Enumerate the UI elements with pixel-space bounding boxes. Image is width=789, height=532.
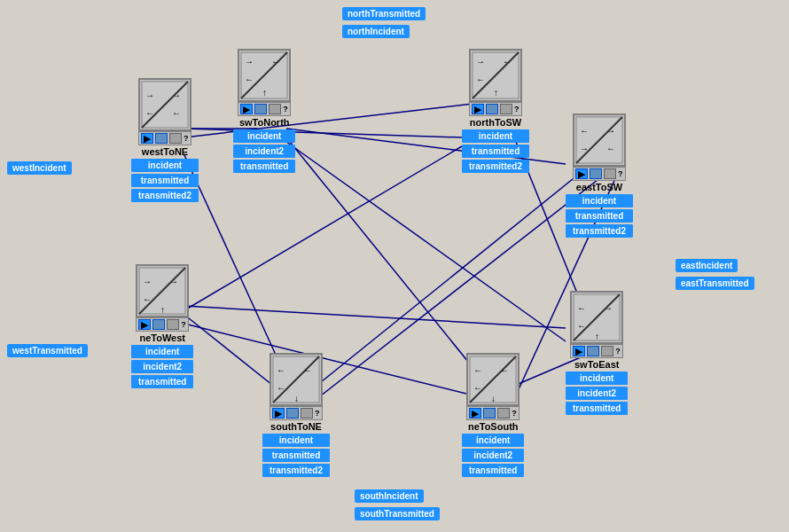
south-transmitted-port[interactable]: southTransmitted	[355, 507, 440, 520]
ctrl-play-btn8[interactable]: ▶	[469, 408, 481, 419]
svg-text:→: →	[169, 277, 178, 286]
ne-to-west-ports: incident incident2 transmitted	[131, 345, 193, 388]
east-to-sw-transmitted2[interactable]: transmitted2	[566, 224, 633, 238]
south-to-ne-transmitted[interactable]: transmitted	[262, 449, 330, 462]
ctrl-play-btn5[interactable]: ▶	[138, 319, 151, 330]
ctrl-play-btn7[interactable]: ▶	[272, 408, 285, 419]
sw-to-north-incident2[interactable]: incident2	[233, 145, 295, 158]
svg-line-7	[184, 146, 462, 310]
svg-text:↑: ↑	[262, 88, 267, 98]
east-to-sw-icon: ← → → ←	[575, 116, 623, 164]
svg-text:←: ←	[172, 108, 181, 118]
ctrl-play-btn2[interactable]: ▶	[472, 104, 484, 114]
east-to-sw-ports: incident transmitted transmitted2	[566, 194, 633, 238]
svg-text:←: ←	[277, 383, 285, 393]
south-incident-port[interactable]: southIncident	[355, 489, 424, 503]
ctrl-play-btn6[interactable]: ▶	[573, 346, 585, 356]
ctrl-play-btn3[interactable]: ▶	[141, 133, 153, 144]
north-to-sw-incident[interactable]: incident	[462, 129, 529, 143]
north-to-sw-controls: ▶ ?	[469, 102, 522, 116]
svg-line-14	[184, 306, 566, 328]
ctrl-pause-btn8[interactable]	[497, 408, 510, 419]
sw-to-north-controls: ▶ ?	[238, 102, 291, 116]
svg-text:←: ←	[580, 126, 589, 136]
sw-to-north-incident[interactable]: incident	[233, 129, 295, 143]
ne-to-south-incident2[interactable]: incident2	[462, 449, 524, 462]
ctrl-stop-btn2[interactable]	[486, 104, 498, 114]
sw-to-north-label: swToNorth	[239, 117, 290, 128]
east-to-sw-transmitted[interactable]: transmitted	[566, 209, 633, 223]
east-to-sw-visual: ← → → ←	[573, 113, 626, 167]
ne-to-west-incident[interactable]: incident	[131, 345, 193, 358]
ctrl-pause-btn2[interactable]	[500, 104, 512, 114]
south-to-ne-incident[interactable]: incident	[262, 434, 330, 447]
west-to-ne-incident[interactable]: incident	[131, 159, 199, 172]
svg-text:→: →	[580, 144, 589, 153]
ctrl-stop-btn[interactable]	[254, 104, 267, 114]
west-incident-port[interactable]: westIncident	[7, 161, 72, 175]
sw-to-east-label: swToEast	[574, 359, 620, 370]
ctrl-pause-btn4[interactable]	[604, 168, 616, 179]
ne-to-south-controls: ▶ ?	[466, 406, 519, 420]
north-to-sw-transmitted2[interactable]: transmitted2	[462, 160, 529, 173]
sw-to-east-transmitted[interactable]: transmitted	[566, 402, 628, 415]
ctrl-help[interactable]: ?	[283, 105, 288, 113]
west-to-ne-transmitted2[interactable]: transmitted2	[131, 189, 199, 202]
north-transmitted-port[interactable]: northTransmitted	[342, 7, 426, 20]
svg-text:←: ←	[500, 365, 509, 375]
ctrl-stop-btn8[interactable]	[483, 408, 496, 419]
svg-text:←: ←	[473, 383, 482, 393]
west-transmitted-port[interactable]: westTransmitted	[7, 344, 88, 357]
north-to-sw-label: northToSW	[470, 117, 521, 128]
ctrl-pause-btn5[interactable]	[167, 319, 179, 330]
ne-to-west-incident2[interactable]: incident2	[131, 360, 193, 373]
east-to-sw-label: eastToSW	[576, 182, 622, 192]
ne-to-south-incident[interactable]: incident	[462, 434, 524, 447]
sw-to-east-incident2[interactable]: incident2	[566, 387, 628, 400]
ctrl-help8[interactable]: ?	[512, 409, 517, 418]
ctrl-help5[interactable]: ?	[181, 320, 186, 329]
east-incident-port[interactable]: eastIncident	[676, 259, 738, 272]
ctrl-stop-btn7[interactable]	[286, 408, 299, 419]
ctrl-stop-btn4[interactable]	[590, 168, 602, 179]
svg-text:←: ←	[577, 321, 586, 331]
svg-line-12	[286, 137, 488, 386]
svg-text:←: ←	[577, 303, 586, 313]
ne-to-west-block: → → ← ↑ ▶ ? neToWest incident incident2 …	[131, 264, 193, 388]
ctrl-pause-btn6[interactable]	[601, 346, 613, 356]
ctrl-help2[interactable]: ?	[514, 105, 519, 113]
ctrl-play-btn[interactable]: ▶	[240, 104, 253, 114]
ctrl-stop-btn6[interactable]	[587, 346, 599, 356]
svg-text:↑: ↑	[595, 332, 599, 341]
west-to-ne-label: westToNE	[142, 146, 188, 157]
sw-to-east-incident[interactable]: incident	[566, 372, 628, 385]
west-to-ne-block: → → ← ← ▶ ? westToNE incident transmitte…	[131, 78, 199, 202]
north-incident-port[interactable]: northIncident	[342, 25, 410, 38]
ctrl-help3[interactable]: ?	[184, 134, 189, 143]
ne-to-south-transmitted[interactable]: transmitted	[462, 464, 524, 477]
south-to-ne-transmitted2[interactable]: transmitted2	[262, 464, 330, 477]
ne-to-west-transmitted[interactable]: transmitted	[131, 375, 193, 388]
ctrl-help7[interactable]: ?	[315, 409, 320, 418]
ctrl-help4[interactable]: ?	[618, 169, 623, 178]
ctrl-pause-btn7[interactable]	[301, 408, 313, 419]
west-to-ne-transmitted[interactable]: transmitted	[131, 174, 199, 187]
east-transmitted-port[interactable]: eastTransmitted	[676, 277, 754, 290]
svg-text:↑: ↑	[160, 305, 165, 315]
ctrl-stop-btn3[interactable]	[155, 133, 168, 144]
north-to-sw-transmitted[interactable]: transmitted	[462, 145, 529, 158]
ne-to-west-visual: → → ← ↑	[136, 264, 189, 317]
svg-line-10	[184, 155, 290, 386]
ctrl-pause-btn[interactable]	[269, 104, 281, 114]
north-to-sw-visual: → ← ← ↑	[469, 49, 522, 102]
ctrl-play-btn4[interactable]: ▶	[575, 168, 588, 179]
west-to-ne-icon: → → ← ←	[141, 81, 189, 129]
ne-to-south-label: neToSouth	[468, 421, 519, 432]
ne-to-south-icon: ← ← ← ↓	[469, 356, 517, 403]
ctrl-stop-btn5[interactable]	[152, 319, 165, 330]
east-to-sw-incident[interactable]: incident	[566, 194, 633, 207]
ctrl-help6[interactable]: ?	[615, 347, 621, 356]
ctrl-pause-btn3[interactable]	[169, 133, 182, 144]
sw-to-north-transmitted[interactable]: transmitted	[233, 160, 295, 173]
north-to-sw-block: → ← ← ↑ ▶ ? northToSW incident transmitt…	[462, 49, 529, 173]
